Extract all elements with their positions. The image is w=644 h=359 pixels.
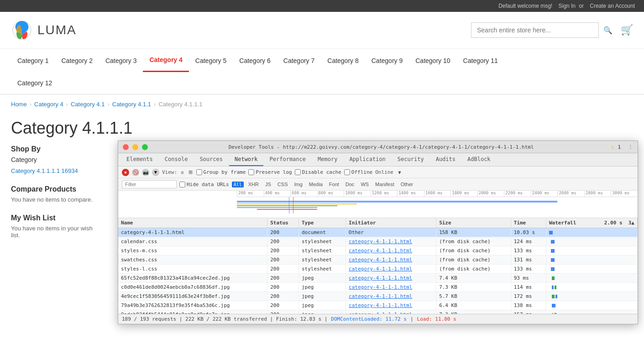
nav-item-category3[interactable]: Category 3	[99, 50, 143, 72]
hide-data-urls-checkbox[interactable]: Hide data URLs	[179, 182, 229, 187]
tab-network[interactable]: Network	[229, 153, 263, 166]
nav-item-category5[interactable]: Category 5	[189, 50, 233, 72]
type-ws[interactable]: WS	[359, 181, 371, 187]
devtools-minimize-btn[interactable]	[132, 144, 138, 150]
breadcrumb-cat4[interactable]: Category 4	[34, 101, 63, 108]
sign-in-link[interactable]: Sign In	[559, 3, 576, 9]
row-size: (from disk cache)	[436, 237, 511, 246]
list-view-btn[interactable]: ≡	[180, 169, 184, 176]
preserve-log-checkbox[interactable]: Preserve log	[248, 169, 292, 175]
tab-elements[interactable]: Elements	[121, 153, 158, 166]
row-waterfall	[546, 274, 638, 283]
nav-item-category7[interactable]: Category 7	[277, 50, 321, 72]
row-status: 200	[267, 246, 299, 255]
col-status[interactable]: Status	[267, 218, 299, 228]
search-input[interactable]	[471, 22, 599, 38]
group-by-frame-input[interactable]	[196, 169, 202, 175]
tab-performance[interactable]: Performance	[264, 153, 311, 166]
type-xhr[interactable]: XHR	[246, 181, 261, 187]
row-time: 93 ms	[511, 274, 546, 283]
tab-audits[interactable]: Audits	[430, 153, 461, 166]
col-type[interactable]: Type	[298, 218, 346, 228]
type-css[interactable]: CSS	[276, 181, 290, 187]
camera-btn[interactable]: 📷	[142, 169, 149, 176]
sidebar-category-link[interactable]: Category 4.1.1.1.1 16934	[11, 167, 78, 174]
row-size: 5.7 KB	[436, 292, 511, 301]
cart-icon[interactable]: 🛒	[621, 24, 633, 36]
nav-item-category12[interactable]: Category 12	[11, 72, 58, 94]
table-row[interactable]: styles-l.css 200 stylesheet category-4-1…	[118, 265, 638, 274]
nav-item-category4[interactable]: Category 4	[143, 49, 188, 72]
devtools-panel: Developer Tools - http://m222.goivvy.com…	[118, 140, 638, 324]
nav-item-category10[interactable]: Category 10	[409, 50, 456, 72]
row-name: category-4-1-1-1.html	[118, 228, 267, 237]
compare-text: You have no items to compare.	[11, 196, 102, 203]
col-name[interactable]: Name	[118, 218, 267, 228]
filter-toggle-btn[interactable]: ▼	[152, 169, 159, 176]
breadcrumb-sep4: ›	[154, 101, 156, 108]
filter-input[interactable]	[122, 180, 177, 188]
clear-btn[interactable]: 🚫	[132, 169, 139, 176]
offline-checkbox[interactable]: Offline	[344, 169, 372, 175]
col-size[interactable]: Size	[436, 218, 511, 228]
tab-console[interactable]: Console	[159, 153, 194, 166]
type-manifest[interactable]: Manifest	[373, 181, 396, 187]
devtools-close-btn[interactable]	[123, 144, 129, 150]
record-btn[interactable]: ●	[122, 169, 129, 176]
table-row[interactable]: styles-m.css 200 stylesheet category-4-1…	[118, 246, 638, 255]
disable-cache-checkbox[interactable]: Disable cache	[295, 169, 341, 175]
offline-input[interactable]	[344, 169, 350, 175]
detail-view-btn[interactable]: ⊞	[188, 168, 194, 176]
type-img[interactable]: Img	[292, 181, 304, 187]
preserve-log-input[interactable]	[248, 169, 254, 175]
hide-data-urls-input[interactable]	[179, 182, 185, 187]
table-row[interactable]: category-4-1-1-1.html 200 document Other…	[118, 228, 638, 237]
devtools-menu-icon[interactable]: ⋮	[628, 144, 633, 150]
load-stat: Load: 11.80 s	[417, 316, 456, 322]
tab-adblock[interactable]: AdBlock	[462, 153, 496, 166]
luma-logo-icon[interactable]	[11, 19, 33, 41]
table-row[interactable]: calendar.css 200 stylesheet category-4-1…	[118, 237, 638, 246]
row-size: 6.4 KB	[436, 301, 511, 310]
col-waterfall[interactable]: Waterfall 2.00 s 3▲	[546, 218, 638, 228]
create-account-link[interactable]: Create an Account	[590, 3, 635, 9]
tab-memory[interactable]: Memory	[312, 153, 343, 166]
devtools-tabs: Elements Console Sources Network Perform…	[118, 153, 638, 166]
dom-loaded-stat: DOMContentLoaded: 11.72 s	[331, 316, 407, 322]
row-size: 158 KB	[436, 228, 511, 237]
nav-item-category9[interactable]: Category 9	[365, 50, 409, 72]
row-time: 133 ms	[511, 246, 546, 255]
type-other[interactable]: Other	[399, 181, 415, 187]
table-row[interactable]: 79a49b3e3762632813f9e35f4ba53d6c.jpg 200…	[118, 301, 638, 310]
col-time[interactable]: Time	[511, 218, 546, 228]
type-js[interactable]: JS	[263, 181, 273, 187]
nav-item-category11[interactable]: Category 11	[457, 50, 504, 72]
search-button[interactable]: 🔍	[603, 26, 613, 35]
tab-sources[interactable]: Sources	[194, 153, 228, 166]
tab-security[interactable]: Security	[392, 153, 429, 166]
nav-item-category8[interactable]: Category 8	[321, 50, 365, 72]
table-row[interactable]: c0d0e461de8d0024aebcb0a7c68836df.jpg 200…	[118, 283, 638, 292]
table-row[interactable]: 9adeb82fffb5444e81fa0ce8ad8afe7a.jpg 200…	[118, 310, 638, 314]
nav-item-category2[interactable]: Category 2	[55, 50, 99, 72]
row-name: 79a49b3e3762632813f9e35f4ba53d6c.jpg	[118, 301, 267, 310]
type-media[interactable]: Media	[307, 181, 325, 187]
nav-item-category1[interactable]: Category 1	[11, 50, 55, 72]
tab-application[interactable]: Application	[344, 153, 391, 166]
devtools-maximize-btn[interactable]	[142, 144, 148, 150]
breadcrumb-cat41[interactable]: Category 4.1	[71, 101, 105, 108]
col-initiator[interactable]: Initiator	[346, 218, 436, 228]
type-doc[interactable]: Doc	[344, 181, 356, 187]
breadcrumb-home[interactable]: Home	[11, 101, 27, 108]
type-font[interactable]: Font	[327, 181, 341, 187]
breadcrumb-cat411[interactable]: Category 4.1.1	[112, 101, 151, 108]
disable-cache-input[interactable]	[295, 169, 301, 175]
throttle-dropdown[interactable]: ▼	[396, 169, 403, 176]
table-row[interactable]: swatches.css 200 stylesheet category-4-1…	[118, 255, 638, 265]
nav-item-category6[interactable]: Category 6	[233, 50, 277, 72]
or-text: or	[579, 3, 584, 9]
group-by-frame-checkbox[interactable]: Group by frame	[196, 169, 246, 175]
table-row[interactable]: 65fc52ed8f88c81323a418ca94cec2ed.jpg 200…	[118, 274, 638, 283]
table-row[interactable]: 4e9cec1f583056459111d63e24f3b8ef.jpg 200…	[118, 292, 638, 301]
devtools-table-wrap[interactable]: Name Status Type Initiator Size Time Wat…	[118, 218, 638, 314]
